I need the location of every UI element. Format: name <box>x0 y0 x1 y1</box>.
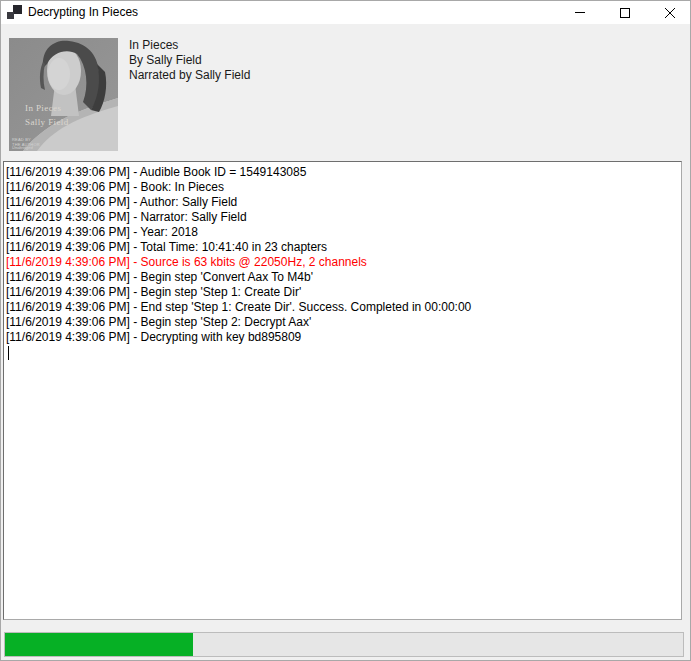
title-bar[interactable]: Decrypting In Pieces <box>1 1 691 24</box>
close-icon <box>665 8 675 18</box>
app-window: { "window": { "title": "Decrypting In Pi… <box>0 0 691 661</box>
progress-fill <box>5 633 193 656</box>
log-line: [11/6/2019 4:39:06 PM] - Begin step 'Con… <box>6 270 677 285</box>
log-line: [11/6/2019 4:39:06 PM] - Year: 2018 <box>6 225 677 240</box>
log-line: [11/6/2019 4:39:06 PM] - Total Time: 10:… <box>6 240 677 255</box>
log-line: [11/6/2019 4:39:06 PM] - Source is 63 kb… <box>6 255 677 270</box>
book-cover: In Pieces Sally Field READ BY THE AUTHOR… <box>9 38 118 151</box>
book-title: In Pieces <box>129 38 250 53</box>
log-line: [11/6/2019 4:39:06 PM] - Narrator: Sally… <box>6 210 677 225</box>
book-author: By Sally Field <box>129 53 250 68</box>
progress-bar <box>4 632 684 657</box>
cover-portrait-art <box>9 38 118 151</box>
book-info: In Pieces By Sally Field Narrated by Sal… <box>129 38 250 83</box>
log-line: [11/6/2019 4:39:06 PM] - Decrypting with… <box>6 330 677 345</box>
window-title: Decrypting In Pieces <box>28 5 138 20</box>
log-textbox[interactable]: [11/6/2019 4:39:06 PM] - Audible Book ID… <box>3 161 682 620</box>
maximize-icon <box>620 8 630 18</box>
maximize-button[interactable] <box>602 1 647 24</box>
log-line: [11/6/2019 4:39:06 PM] - End step 'Step … <box>6 300 677 315</box>
log-line: [11/6/2019 4:39:06 PM] - Begin step 'Ste… <box>6 315 677 330</box>
log-line: [11/6/2019 4:39:06 PM] - Audible Book ID… <box>6 165 677 180</box>
minimize-button[interactable] <box>557 1 602 24</box>
book-narrator: Narrated by Sally Field <box>129 68 250 83</box>
cover-title-text: In Pieces Sally Field <box>25 101 105 129</box>
caret-line <box>6 345 677 360</box>
log-line: [11/6/2019 4:39:06 PM] - Book: In Pieces <box>6 180 677 195</box>
close-button[interactable] <box>647 1 691 24</box>
app-icon <box>7 5 22 20</box>
log-line: [11/6/2019 4:39:06 PM] - Author: Sally F… <box>6 195 677 210</box>
minimize-icon <box>575 12 585 13</box>
text-caret <box>8 346 9 360</box>
cover-unabridged-text: Unabridged <box>12 145 33 150</box>
log-line: [11/6/2019 4:39:06 PM] - Begin step 'Ste… <box>6 285 677 300</box>
